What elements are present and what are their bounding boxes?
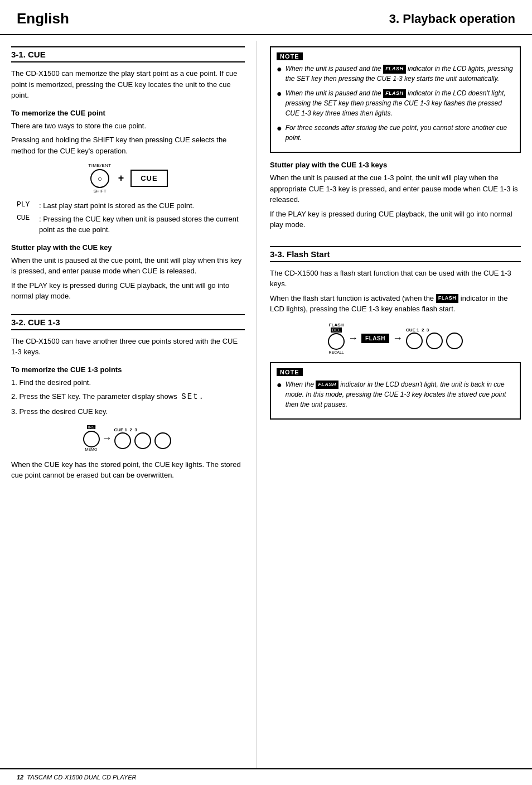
circle-icon: ○: [98, 174, 102, 183]
note1-title: NOTE: [277, 52, 303, 60]
step2: 2. Press the SET key. The parameter disp…: [11, 391, 245, 403]
note2-title: NOTE: [277, 368, 303, 376]
flash-start-diagram: FLASH DEL RECALL → FLASH → CUE 1 2 3: [270, 322, 521, 354]
memo-label: MEMO: [85, 447, 98, 451]
cue-num-group: CUE 1 2 3: [114, 427, 173, 449]
flash-indicator-33: FLASH: [436, 294, 459, 303]
main-content: 3-1. CUE The CD-X1500 can memorize the p…: [0, 41, 532, 768]
section-33-title: 3-3. Flash Start: [270, 246, 521, 262]
cue-button: CUE: [130, 170, 167, 187]
cue2-circle: [134, 432, 151, 449]
see-display: SEt.: [181, 392, 205, 401]
circle-button: ○: [90, 169, 109, 188]
section-33-intro1: The CD-X1500 has a flash start function …: [270, 268, 521, 290]
set-button-wrap: SET INS MEMO: [83, 425, 100, 451]
ins-label: INS: [87, 425, 96, 429]
ply-text: : Last play start point is stored as the…: [39, 200, 194, 211]
note1-text1: When the unit is paused and the FLASH in…: [286, 64, 514, 84]
chapter-title: 3. Playback operation: [389, 12, 515, 26]
stored-text: When the CUE key has the stored point, t…: [11, 459, 245, 481]
note1-item2: ● When the unit is paused and the FLASH …: [277, 88, 514, 118]
note1-text3: For three seconds after storing the cue …: [286, 123, 514, 143]
bullet-icon-4: ●: [277, 379, 282, 390]
flash-cue-header: CUE 1 2 3: [406, 328, 429, 333]
sub1-p2: Pressing and holding the SHIFT key then …: [11, 134, 245, 156]
arrow-icon-2: →: [348, 333, 358, 344]
step2-text: 2. Press the SET key. The parameter disp…: [11, 392, 177, 401]
del-circle: [328, 333, 345, 350]
shift-label: SHIFT: [93, 189, 106, 194]
cue3-wrap: [154, 432, 171, 449]
cue-indicator-text: : Pressing the CUE key when unit is paus…: [39, 214, 245, 235]
flash-indicator-note2: FLASH: [316, 381, 338, 389]
bullet-icon-3: ●: [277, 123, 282, 133]
cue-indicator-row: CUE : Pressing the CUE key when unit is …: [17, 214, 245, 235]
sub1-p1: There are two ways to store the cue poin…: [11, 121, 245, 132]
note1-text2: When the unit is paused and the FLASH in…: [286, 88, 514, 118]
note-box-1: NOTE ● When the unit is paused and the F…: [270, 46, 521, 153]
sub2-p1: When the unit is paused at the cue point…: [11, 255, 245, 277]
arrow-icon-3: →: [393, 333, 403, 344]
recall-label: RECALL: [328, 350, 344, 354]
page-footer: 12 TASCAM CD-X1500 DUAL CD PLAYER: [0, 768, 532, 785]
cue3-circle: [154, 432, 171, 449]
time-ent-button: TIME/ENT ○ SHIFT: [88, 163, 111, 194]
note1-item1: ● When the unit is paused and the FLASH …: [277, 64, 514, 84]
page-header: English 3. Playback operation: [0, 0, 532, 35]
flash-cue2: [426, 333, 443, 349]
cue13-diagram: SET INS MEMO → CUE 1 2 3: [11, 425, 245, 451]
bullet-icon-1: ●: [277, 64, 282, 74]
stutter-cue13-p1: When the unit is paused at the cue 1-3 p…: [270, 172, 521, 205]
section-33-intro2: When the flash start function is activat…: [270, 293, 521, 315]
flash-indicator-2: FLASH: [383, 89, 406, 98]
flash-cue-group: CUE 1 2 3: [406, 328, 463, 349]
cue2-wrap: [134, 432, 151, 449]
ply-indicator-row: PLY : Last play start point is stored as…: [17, 200, 245, 211]
del-button-wrap: FLASH DEL RECALL: [328, 322, 345, 354]
section-31-intro: The CD-X1500 can memorize the play start…: [11, 68, 245, 101]
note2-item1: ● When the FLASH indicator in the LCD do…: [277, 379, 514, 410]
left-column: 3-1. CUE The CD-X1500 can memorize the p…: [11, 41, 257, 768]
language-title: English: [17, 10, 69, 27]
flash-indicator-1: FLASH: [383, 65, 406, 74]
time-ent-label: TIME/ENT: [88, 163, 111, 168]
cue-group-header: CUE 1 2 3: [114, 427, 137, 432]
cue-diagram: TIME/ENT ○ SHIFT + CUE: [11, 163, 245, 194]
sub2-title: Stutter play with the CUE key: [11, 243, 245, 252]
sub1-title: To memorize the CUE point: [11, 109, 245, 117]
indicator-block: PLY : Last play start point is stored as…: [17, 200, 245, 235]
sub3-title: To memorize the CUE 1-3 points: [11, 365, 245, 374]
flash-box: FLASH: [361, 334, 389, 343]
flash-cue1: [406, 333, 423, 349]
section-32-title: 3-2. CUE 1-3: [11, 314, 245, 330]
section-32-intro: The CD-X1500 can have another three cue …: [11, 336, 245, 358]
arrow-icon: →: [102, 432, 112, 444]
ply-label: PLY: [17, 200, 35, 209]
cue1-circle: [114, 432, 131, 449]
plus-sign: +: [118, 172, 124, 184]
flash-header-label: FLASH: [329, 322, 344, 328]
note-box-2: NOTE ● When the FLASH indicator in the L…: [270, 362, 521, 420]
stutter-cue13-p2: If the PLAY key is pressed during CUE pl…: [270, 209, 521, 230]
page-number: 12: [17, 774, 23, 781]
footer-text: TASCAM CD-X1500 DUAL CD PLAYER: [27, 774, 136, 781]
cue1-wrap: [114, 432, 131, 449]
note2-text1: When the FLASH indicator in the LCD does…: [286, 379, 514, 410]
section-31-title: 3-1. CUE: [11, 46, 245, 62]
right-column: NOTE ● When the unit is paused and the F…: [257, 41, 521, 768]
bullet-icon-2: ●: [277, 88, 282, 99]
step1: 1. Find the desired point.: [11, 377, 245, 388]
flash-cue3: [446, 333, 463, 349]
page: English 3. Playback operation 3-1. CUE T…: [0, 0, 532, 785]
stutter-cue13-title: Stutter play with the CUE 1-3 keys: [270, 161, 521, 169]
sub2-p2: If the PLAY key is pressed during CUE pl…: [11, 280, 245, 302]
step3: 3. Press the desired CUE key.: [11, 406, 245, 417]
set-circle: [83, 431, 100, 447]
del-label: DEL: [331, 328, 342, 333]
cue-label-mono: CUE: [17, 214, 35, 222]
note1-item3: ● For three seconds after storing the cu…: [277, 123, 514, 143]
